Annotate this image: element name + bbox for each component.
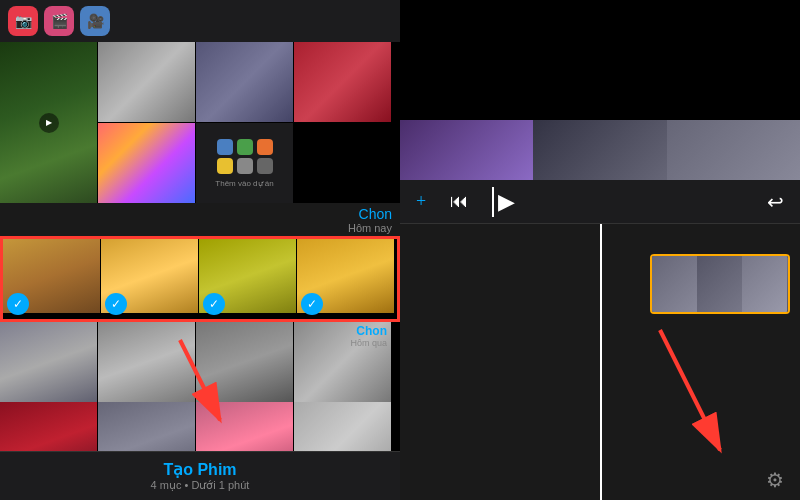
chon-label-1: Chon bbox=[359, 206, 392, 222]
app-icons-row: 📷 🎬 🎥 bbox=[8, 6, 110, 36]
app-icon-imovie[interactable]: 🎥 bbox=[80, 6, 110, 36]
photo-bottom-2[interactable] bbox=[98, 402, 195, 451]
photo-grid-lower: Chon Hôm qua bbox=[0, 322, 400, 402]
bottom-bar: Tạo Phim 4 mục • Dưới 1 phút bbox=[0, 451, 400, 500]
left-panel: 📷 🎬 🎥 ▶ bbox=[0, 0, 400, 500]
track-thumb-1 bbox=[652, 256, 697, 312]
date-label-1: Hôm nay bbox=[348, 222, 392, 234]
playhead-indicator bbox=[492, 187, 494, 217]
date-label-2: Hôm qua bbox=[350, 338, 387, 348]
photo-sel-3[interactable]: ✓ bbox=[199, 239, 296, 319]
timeline-track-inner bbox=[652, 256, 788, 312]
photo-bottom-3[interactable] bbox=[196, 402, 293, 451]
right-panel: + ⏮ ▶ ↩ bbox=[400, 0, 800, 500]
app-icon-photos[interactable]: 📷 bbox=[8, 6, 38, 36]
track-thumb-2 bbox=[697, 256, 742, 312]
check-4: ✓ bbox=[301, 293, 323, 315]
app-icon-media[interactable]: 🎬 bbox=[44, 6, 74, 36]
video-preview bbox=[400, 0, 800, 180]
chon-button-1[interactable]: Chon Hôm nay bbox=[348, 206, 392, 234]
skip-start-button[interactable]: ⏮ bbox=[450, 191, 468, 212]
timeline-area[interactable] bbox=[400, 224, 800, 500]
photo-bottom-1[interactable] bbox=[0, 402, 97, 451]
photo-lower-3[interactable] bbox=[196, 322, 293, 402]
photo-cell-1[interactable] bbox=[98, 42, 195, 122]
photo-grid-top: ▶ bbox=[0, 42, 400, 203]
section1-header: Chon Hôm nay bbox=[0, 203, 400, 236]
timeline-playhead bbox=[600, 224, 602, 500]
tao-phim-subtitle: 4 mục • Dưới 1 phút bbox=[8, 479, 392, 492]
top-app-bar: 📷 🎬 🎥 bbox=[0, 0, 400, 42]
track-thumb-3 bbox=[742, 256, 787, 312]
photo-cell-forest[interactable]: ▶ bbox=[0, 42, 97, 203]
photo-lower-4: Chon Hôm qua bbox=[294, 322, 391, 402]
photo-cell-2[interactable] bbox=[196, 42, 293, 122]
photo-cell-3[interactable] bbox=[294, 42, 391, 122]
bottom-toolbar: ⚙ bbox=[766, 468, 784, 492]
tao-phim-title[interactable]: Tạo Phim bbox=[8, 460, 392, 479]
undo-button[interactable]: ↩ bbox=[767, 190, 784, 214]
check-3: ✓ bbox=[203, 293, 225, 315]
photo-scroll[interactable]: ▶ bbox=[0, 42, 400, 451]
photo-sel-4[interactable]: ✓ bbox=[297, 239, 394, 319]
photo-sel-1[interactable]: ✓ bbox=[3, 239, 100, 319]
svg-line-3 bbox=[660, 330, 720, 450]
photo-grid-bottom bbox=[0, 402, 400, 451]
photo-grid-selected: ✓ ✓ ✓ ✓ bbox=[3, 239, 397, 319]
check-1: ✓ bbox=[7, 293, 29, 315]
photo-lower-2[interactable] bbox=[98, 322, 195, 402]
selected-row-container: ✓ ✓ ✓ ✓ bbox=[0, 236, 400, 322]
imovie-toolbar: + ⏮ ▶ ↩ bbox=[400, 180, 800, 224]
play-button[interactable]: ▶ bbox=[498, 189, 515, 215]
photo-cell-5[interactable]: Thêm vào dự án bbox=[196, 123, 293, 203]
gear-icon[interactable]: ⚙ bbox=[766, 469, 784, 491]
check-2: ✓ bbox=[105, 293, 127, 315]
video-icon: ▶ bbox=[39, 113, 59, 133]
photo-sel-2[interactable]: ✓ bbox=[101, 239, 198, 319]
timeline-track[interactable] bbox=[650, 254, 790, 314]
photo-bottom-4[interactable] bbox=[294, 402, 391, 451]
add-button[interactable]: + bbox=[416, 191, 426, 212]
chon-label-2[interactable]: Chon bbox=[356, 324, 387, 338]
photo-cell-4[interactable] bbox=[98, 123, 195, 203]
photo-lower-1[interactable] bbox=[0, 322, 97, 402]
